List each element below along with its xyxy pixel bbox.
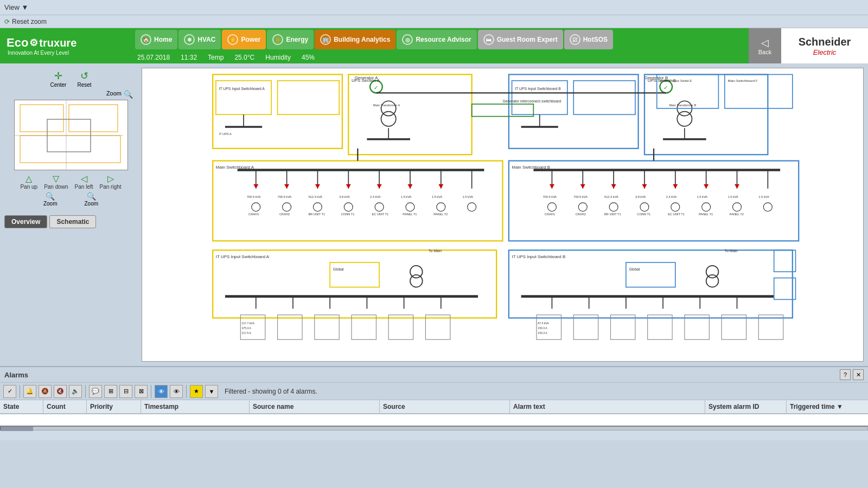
scroll-thumb[interactable]: [1, 427, 33, 431]
alarm-bell2-button[interactable]: 🔕: [39, 385, 52, 398]
col-header-priority[interactable]: Priority: [87, 400, 141, 413]
pan-up-button[interactable]: △ Pan up: [20, 174, 37, 190]
svg-text:CONN T1: CONN T1: [341, 213, 355, 216]
svg-text:Main Transformer A: Main Transformer A: [373, 104, 400, 107]
temp-value: 25.0°C: [234, 54, 254, 61]
svg-text:1.5 kVA: 1.5 kVA: [727, 195, 738, 198]
svg-text:PANEL T1: PANEL T1: [403, 213, 417, 216]
center-label: Center: [50, 82, 66, 88]
alarms-scrollbar[interactable]: [0, 425, 868, 431]
alarm-grid-button[interactable]: ⊞: [104, 385, 117, 398]
zoom-btn-row: 🔍 Zoom 🔍 Zoom: [43, 192, 98, 207]
col-header-sourcename[interactable]: Source name: [250, 400, 380, 413]
svg-text:Main Switchboard F: Main Switchboard F: [727, 79, 757, 82]
col-header-sysalarm[interactable]: System alarm ID: [705, 400, 787, 413]
svg-text:150.3 A: 150.3 A: [538, 326, 547, 330]
hotsos-icon: ☑: [570, 34, 580, 45]
alarm-silence-button[interactable]: 🔇: [54, 385, 67, 398]
alarm-star-dropdown[interactable]: ▼: [205, 385, 218, 398]
scroll-track[interactable]: [0, 426, 868, 431]
reset-zoom-label[interactable]: Reset zoom: [12, 18, 47, 25]
alarms-table: State Count Priority Timestamp Source na…: [0, 400, 868, 425]
alarm-grid3-button[interactable]: ⊠: [135, 385, 148, 398]
svg-text:✓: ✓: [663, 85, 668, 91]
schematic-area[interactable]: IT UPS Input Switchboard A IT UPS A Gene…: [142, 68, 864, 362]
pan-right-button[interactable]: ▷ Pan right: [100, 174, 122, 190]
schneider-logo: Schneider Electric: [781, 28, 868, 63]
nav-hotsos[interactable]: ☑ HotSOS: [564, 30, 613, 49]
resource-icon: ◎: [402, 34, 413, 45]
svg-text:To Main: To Main: [725, 249, 738, 253]
schematic-button[interactable]: Schematic: [49, 215, 96, 228]
back-button[interactable]: ◁ Back: [749, 28, 781, 63]
col-header-state[interactable]: State: [0, 400, 43, 413]
schneider-name: Schneider: [799, 36, 851, 48]
zoom-bottom-icon[interactable]: 🔍: [87, 192, 96, 201]
col-header-triggered[interactable]: Triggered time ▼: [787, 400, 868, 413]
svg-text:UPS Section A: UPS Section A: [352, 78, 380, 83]
minimap-svg: [15, 100, 127, 170]
alarm-bell-button[interactable]: 🔔: [23, 385, 36, 398]
logo-sub: Innovation At Every Level: [7, 50, 133, 56]
svg-text:CRAH1: CRAH1: [248, 213, 259, 216]
alarm-ack-button[interactable]: ✓: [3, 385, 16, 398]
guest-icon: 🛏: [483, 34, 494, 45]
pan-left-icon: ◁: [81, 174, 87, 184]
nav-guest[interactable]: 🛏 Guest Room Expert: [478, 30, 563, 49]
col-header-source[interactable]: Source: [380, 400, 510, 413]
alarm-filter-active-button[interactable]: 👁: [155, 385, 168, 398]
svg-text:CRAH2: CRAH2: [576, 213, 586, 216]
zoom-bottom-label: Zoom: [85, 201, 99, 207]
reset-control[interactable]: ↺ Reset: [77, 70, 91, 88]
schematic-diagram: IT UPS Input Switchboard A IT UPS A Gene…: [142, 68, 863, 361]
zoom-top-icon[interactable]: 🔍: [46, 192, 55, 201]
pan-up-label: Pan up: [20, 184, 37, 190]
alarm-filter-button[interactable]: 👁: [170, 385, 183, 398]
svg-text:217.7 kVA: 217.7 kVA: [242, 322, 255, 325]
time-display: 11:32: [181, 54, 197, 61]
pan-left-button[interactable]: ◁ Pan left: [75, 174, 93, 190]
zoom-in-icon[interactable]: 🔍: [124, 90, 133, 99]
svg-text:EC UNIT T1: EC UNIT T1: [372, 213, 388, 216]
overview-button[interactable]: Overview: [4, 215, 47, 228]
alarm-grid2-button[interactable]: ⊟: [119, 385, 132, 398]
col-header-alarmtext[interactable]: Alarm text: [510, 400, 705, 413]
svg-text:Main Transformer B: Main Transformer B: [669, 104, 696, 107]
logo-icon: ⚙: [29, 37, 38, 49]
svg-rect-0: [20, 105, 63, 132]
zoom-top-side: 🔍 Zoom: [43, 192, 58, 207]
alarm-silence2-button[interactable]: 🔈: [69, 385, 82, 398]
nav-energy[interactable]: 🔆 Energy: [267, 30, 314, 49]
logo-truxure: truxure: [39, 37, 76, 49]
toolbar-separator-3: [151, 385, 151, 398]
col-header-count[interactable]: Count: [43, 400, 87, 413]
nav-home-label: Home: [154, 36, 172, 43]
back-label: Back: [758, 49, 771, 55]
logo-area: Eco ⚙ truxure Innovation At Every Level: [0, 28, 133, 63]
alarm-star-button[interactable]: ★: [190, 385, 203, 398]
svg-text:512.3 kVA: 512.3 kVA: [308, 195, 322, 198]
back-arrow-icon: ◁: [761, 37, 769, 49]
alarms-header: Alarms ? ✕: [0, 367, 868, 383]
svg-text:2.4 kVA: 2.4 kVA: [666, 195, 677, 198]
svg-text:CONN T1: CONN T1: [637, 213, 650, 216]
pan-down-button[interactable]: ▽ Pan down: [44, 174, 68, 190]
nav-hvac[interactable]: ❄ HVAC: [178, 30, 221, 49]
humidity-value: 45%: [302, 54, 315, 61]
nav-building[interactable]: 🏢 Building Analytics: [315, 30, 395, 49]
alarms-close-button[interactable]: ✕: [853, 369, 864, 380]
col-header-timestamp[interactable]: Timestamp: [141, 400, 250, 413]
alarm-comment-button[interactable]: 💬: [89, 385, 102, 398]
nav-home[interactable]: 🏠 Home: [135, 30, 177, 49]
nav-power[interactable]: ⚡ Power: [222, 30, 266, 49]
center-control[interactable]: ✛ Center: [50, 70, 66, 88]
nav-resource[interactable]: ◎ Resource Advisor: [397, 30, 476, 49]
view-menu[interactable]: View ▼: [4, 3, 28, 11]
alarms-help-button[interactable]: ?: [840, 369, 851, 380]
date-display: 25.07.2018: [137, 54, 170, 61]
nav-guest-label: Guest Room Expert: [497, 36, 558, 43]
pan-up-icon: △: [25, 174, 32, 184]
power-icon: ⚡: [227, 34, 238, 45]
svg-text:PANEL T2: PANEL T2: [433, 213, 448, 216]
hvac-icon: ❄: [184, 34, 195, 45]
